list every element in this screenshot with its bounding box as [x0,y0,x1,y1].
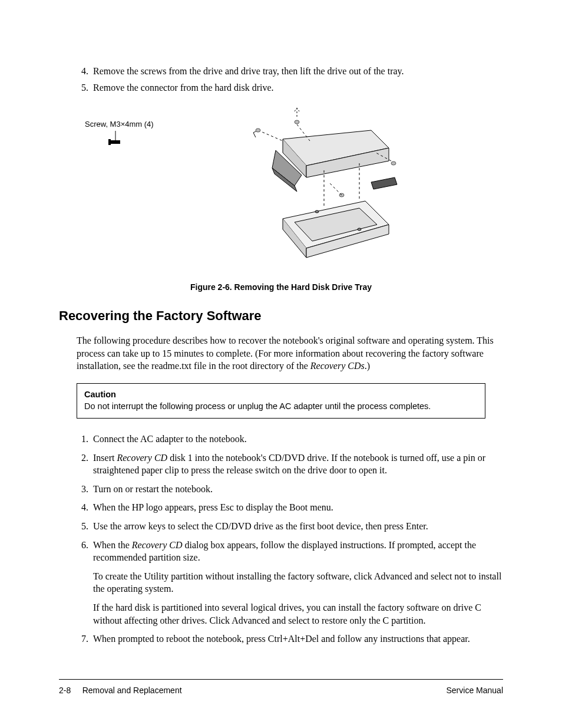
hdd-tray-diagram-icon [171,107,430,272]
step-text: When the Recovery CD dialog box appears,… [93,539,503,564]
svg-point-5 [256,129,260,132]
step-5: 5. Remove the connector from the hard di… [81,81,503,94]
em: Recovery CD [117,453,167,463]
top-steps-list: 4. Remove the screws from the drive and … [81,65,503,94]
step-number: 1. [81,433,93,446]
svg-point-3 [295,120,299,124]
step-text: Remove the screws from the drive and dri… [93,65,404,78]
caution-heading: Caution [84,390,478,399]
svg-line-4 [258,130,283,141]
page-footer: 2-8 Removal and Replacement Service Manu… [59,679,503,695]
intro-em: Recovery CDs [310,361,365,371]
intro-post: .) [365,361,370,371]
step-number: 4. [81,501,93,514]
step-6-sub-b: If the hard disk is partitioned into sev… [93,601,503,627]
step-number: 4. [81,65,93,78]
step-4b: 4. When the HP logo appears, press Esc t… [81,501,503,514]
recovery-steps: 1. Connect the AC adapter to the noteboo… [81,433,503,645]
intro-paragraph: The following procedure describes how to… [77,334,503,373]
svg-rect-2 [108,139,111,145]
svg-point-6 [391,162,396,165]
step-6-sub-a: To create the Utility partition without … [93,570,503,595]
screw-callout: Screw, M3×4mm (4) [85,120,154,147]
step-number: 5. [81,81,93,94]
figure-hdd-tray: Screw, M3×4mm (4) [59,107,503,272]
step-text: Turn on or restart the notebook. [93,483,213,496]
step-number: 6. [81,539,93,564]
step-text: Insert Recovery CD disk 1 into the noteb… [93,452,503,477]
step-number: 3. [81,483,93,496]
step-4: 4. Remove the screws from the drive and … [81,65,503,78]
t: Insert [93,453,117,463]
step-7: 7. When prompted to reboot the notebook,… [81,633,503,645]
footer-left: 2-8 Removal and Replacement [59,686,182,695]
step-text: Connect the AC adapter to the notebook. [93,433,247,446]
svg-point-12 [358,228,361,230]
screw-label-text: Screw, M3×4mm (4) [85,120,154,129]
step-text: Use the arrow keys to select the CD/DVD … [93,520,428,533]
step-6: 6. When the Recovery CD dialog box appea… [81,539,503,564]
caution-text: Do not interrupt the following process o… [84,401,478,411]
step-number: 2. [81,452,93,477]
step-1: 1. Connect the AC adapter to the noteboo… [81,433,503,446]
step-number: 5. [81,520,93,533]
step-text: When the HP logo appears, press Esc to d… [93,501,333,514]
caution-box: Caution Do not interrupt the following p… [77,383,485,419]
step-text: When prompted to reboot the notebook, pr… [93,633,470,645]
svg-point-11 [315,210,319,213]
step-5b: 5. Use the arrow keys to select the CD/D… [81,520,503,533]
page-content: 4. Remove the screws from the drive and … [0,0,562,645]
figure-caption: Figure 2-6. Removing the Hard Disk Drive… [59,282,503,292]
intro-pre: The following procedure describes how to… [77,335,494,371]
svg-rect-1 [111,140,120,144]
section-heading: Recovering the Factory Software [59,308,503,324]
footer-right: Service Manual [447,686,504,695]
step-2: 2. Insert Recovery CD disk 1 into the no… [81,452,503,477]
step-number: 7. [81,633,93,645]
callout-arrow-icon [85,129,120,145]
footer-section: Removal and Replacement [82,686,182,695]
svg-line-10 [330,183,342,195]
em: Recovery CD [132,540,183,550]
t: When the [93,540,132,550]
step-text: Remove the connector from the hard disk … [93,81,274,94]
step-3: 3. Turn on or restart the notebook. [81,483,503,496]
page-number: 2-8 [59,686,71,695]
